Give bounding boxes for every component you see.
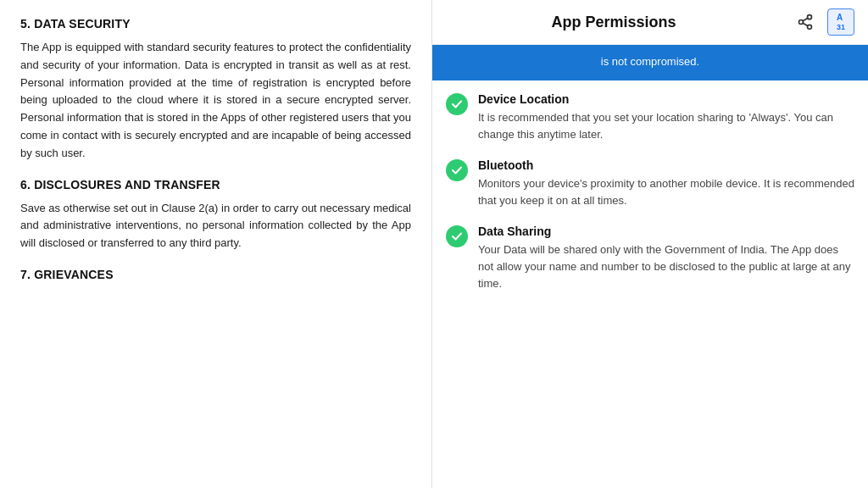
section7-title: 7. GRIEVANCES <box>20 268 411 281</box>
share-button[interactable] <box>792 8 819 36</box>
share-icon <box>797 14 814 30</box>
list-item: Device Location It is recommended that y… <box>446 92 854 143</box>
section6-body: Save as otherwise set out in Clause 2(a)… <box>20 200 411 252</box>
permission-description: Monitors your device's proximity to anot… <box>478 175 854 209</box>
permissions-list: Device Location It is recommended that y… <box>432 80 868 305</box>
permission-title: Data Sharing <box>478 225 854 238</box>
app-permissions-header: App Permissions A31 <box>432 0 868 45</box>
checkmark-icon <box>451 164 463 176</box>
check-icon <box>446 225 468 247</box>
checkmark-icon <box>451 98 463 110</box>
svg-line-4 <box>803 18 808 20</box>
header-icons: A31 <box>792 8 854 36</box>
check-icon <box>446 159 468 181</box>
permission-title: Device Location <box>478 92 854 106</box>
blue-banner: is not compromised. <box>432 45 868 80</box>
permission-content: Data Sharing Your Data will be shared on… <box>478 225 854 292</box>
permission-description: Your Data will be shared only with the G… <box>478 241 854 292</box>
translate-label: A31 <box>837 13 845 32</box>
checkmark-icon <box>451 230 463 242</box>
svg-line-3 <box>803 23 808 25</box>
list-item: Data Sharing Your Data will be shared on… <box>446 225 854 292</box>
section5-title: 5. DATA SECURITY <box>20 17 411 30</box>
list-item: Bluetooth Monitors your device's proximi… <box>446 158 854 209</box>
section5-body: The App is equipped with standard securi… <box>20 39 411 163</box>
permission-description: It is recommended that you set your loca… <box>478 109 854 143</box>
permission-content: Device Location It is recommended that y… <box>478 92 854 143</box>
left-panel: 5. DATA SECURITY The App is equipped wit… <box>0 0 432 488</box>
permission-content: Bluetooth Monitors your device's proximi… <box>478 158 854 209</box>
permission-title: Bluetooth <box>478 158 854 172</box>
page-title: App Permissions <box>446 14 782 31</box>
translate-button[interactable]: A31 <box>827 8 854 36</box>
banner-text: is not compromised. <box>601 55 699 68</box>
right-panel: App Permissions A31 is not compromised. <box>432 0 868 488</box>
section6-title: 6. DISCLOSURES AND TRANSFER <box>20 178 411 191</box>
check-icon <box>446 93 468 115</box>
